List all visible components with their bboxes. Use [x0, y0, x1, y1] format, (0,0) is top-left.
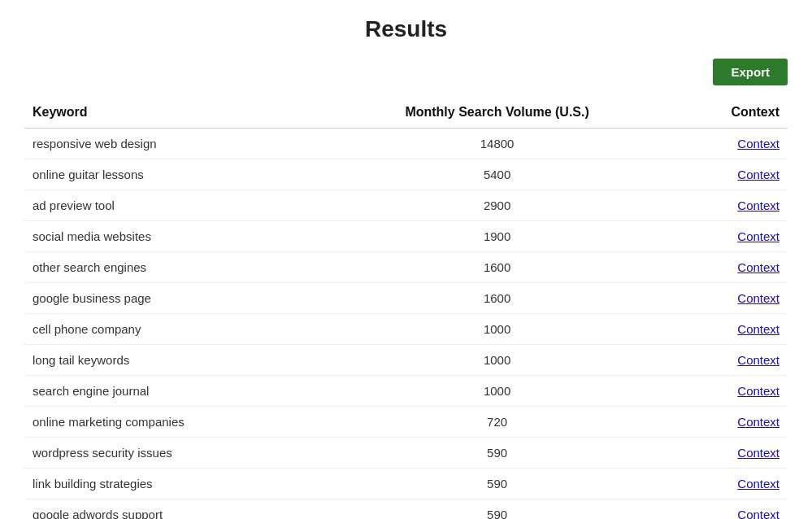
cell-keyword: cell phone company [24, 314, 320, 345]
table-row: link building strategies590Context [24, 469, 788, 499]
table-row: social media websites1900Context [24, 221, 788, 252]
context-link[interactable]: Context [737, 168, 779, 181]
header-context: Context [674, 98, 788, 129]
cell-volume: 5400 [320, 159, 673, 190]
cell-volume: 2900 [320, 190, 673, 221]
table-row: cell phone company1000Context [24, 314, 788, 345]
cell-keyword: long tail keywords [24, 345, 320, 376]
cell-volume: 590 [320, 438, 673, 469]
cell-keyword: search engine journal [24, 376, 320, 407]
cell-keyword: google adwords support [24, 499, 320, 520]
cell-volume: 14800 [320, 129, 673, 159]
table-row: online marketing companies720Context [24, 407, 788, 438]
context-link[interactable]: Context [737, 508, 779, 519]
cell-context: Context [674, 159, 788, 190]
context-link[interactable]: Context [737, 446, 779, 460]
table-row: long tail keywords1000Context [24, 345, 788, 376]
cell-keyword: online marketing companies [24, 407, 320, 438]
cell-context: Context [674, 376, 788, 407]
table-row: wordpress security issues590Context [24, 438, 788, 469]
cell-volume: 1600 [320, 283, 673, 314]
cell-context: Context [674, 469, 788, 499]
export-row: Export [24, 59, 788, 85]
cell-volume: 1000 [320, 376, 673, 407]
page-title: Results [24, 16, 788, 42]
cell-context: Context [674, 314, 788, 345]
cell-keyword: responsive web design [24, 129, 320, 159]
context-link[interactable]: Context [737, 229, 779, 243]
cell-context: Context [674, 345, 788, 376]
results-table: Keyword Monthly Search Volume (U.S.) Con… [24, 98, 788, 519]
cell-context: Context [674, 221, 788, 252]
context-link[interactable]: Context [737, 260, 779, 274]
cell-context: Context [674, 283, 788, 314]
context-link[interactable]: Context [737, 384, 779, 398]
page-container: Results Export Keyword Monthly Search Vo… [0, 0, 812, 519]
table-row: search engine journal1000Context [24, 376, 788, 407]
cell-volume: 1000 [320, 314, 673, 345]
context-link[interactable]: Context [737, 137, 779, 150]
cell-context: Context [674, 499, 788, 520]
context-link[interactable]: Context [737, 198, 779, 212]
context-link[interactable]: Context [737, 291, 779, 305]
table-header-row: Keyword Monthly Search Volume (U.S.) Con… [24, 98, 788, 129]
context-link[interactable]: Context [737, 415, 779, 429]
cell-keyword: link building strategies [24, 469, 320, 499]
cell-keyword: other search engines [24, 252, 320, 283]
cell-volume: 1900 [320, 221, 673, 252]
cell-volume: 1000 [320, 345, 673, 376]
cell-volume: 1600 [320, 252, 673, 283]
cell-context: Context [674, 407, 788, 438]
cell-keyword: google business page [24, 283, 320, 314]
table-row: google business page1600Context [24, 283, 788, 314]
cell-context: Context [674, 190, 788, 221]
cell-keyword: ad preview tool [24, 190, 320, 221]
cell-context: Context [674, 252, 788, 283]
cell-keyword: social media websites [24, 221, 320, 252]
table-row: google adwords support590Context [24, 499, 788, 520]
export-button[interactable]: Export [713, 59, 788, 85]
context-link[interactable]: Context [737, 477, 779, 491]
header-volume: Monthly Search Volume (U.S.) [320, 98, 673, 129]
table-row: responsive web design14800Context [24, 129, 788, 159]
cell-keyword: online guitar lessons [24, 159, 320, 190]
header-keyword: Keyword [24, 98, 320, 129]
table-row: ad preview tool2900Context [24, 190, 788, 221]
cell-volume: 590 [320, 499, 673, 520]
cell-context: Context [674, 438, 788, 469]
cell-volume: 590 [320, 469, 673, 499]
cell-context: Context [674, 129, 788, 159]
cell-keyword: wordpress security issues [24, 438, 320, 469]
context-link[interactable]: Context [737, 353, 779, 367]
table-row: other search engines1600Context [24, 252, 788, 283]
context-link[interactable]: Context [737, 322, 779, 336]
table-row: online guitar lessons5400Context [24, 159, 788, 190]
cell-volume: 720 [320, 407, 673, 438]
